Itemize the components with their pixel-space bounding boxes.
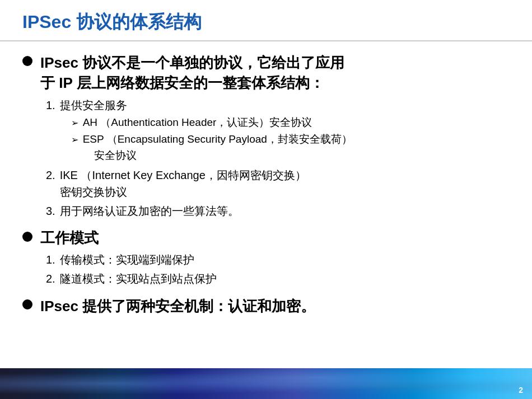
footer-bar: [0, 368, 532, 399]
arrow-icon-2: ➢: [71, 133, 78, 147]
bullet-item-1: IPsec 协议不是一个单独的协议，它给出了应用 于 IP 层上网络数据安全的一…: [22, 53, 510, 222]
list-item-1-2: 2. IKE （Internet Key Exchange，因特网密钥交换）密钥…: [46, 167, 510, 200]
bullet-2-title: 工作模式: [40, 228, 510, 248]
list-item-1-3: 3. 用于网络认证及加密的一些算法等。: [46, 203, 510, 219]
slide-title: IPSec 协议的体系结构: [22, 10, 510, 35]
bullet-item-2: 工作模式 1. 传输模式：实现端到端保护 2. 隧道模式：实现站点到站点保护: [22, 228, 510, 289]
slide-header: IPSec 协议的体系结构: [0, 0, 532, 41]
bullet-content-3: IPsec 提供了两种安全机制：认证和加密。: [40, 296, 510, 316]
slide-content: IPsec 协议不是一个单独的协议，它给出了应用 于 IP 层上网络数据安全的一…: [0, 41, 532, 368]
page-number: 2: [519, 386, 523, 395]
bullet-1-text: IPsec 协议不是一个单独的协议，它给出了应用 于 IP 层上网络数据安全的一…: [40, 53, 510, 93]
bullet-dot-2: [22, 232, 32, 242]
numbered-list-1: 1. 提供安全服务 ➢ AH （Authentication Header，认证…: [40, 97, 510, 220]
bullet-content-2: 工作模式 1. 传输模式：实现端到端保护 2. 隧道模式：实现站点到站点保护: [40, 228, 510, 289]
sub-item-1-1: ➢ AH （Authentication Header，认证头）安全协议: [71, 115, 352, 131]
bullet-content-1: IPsec 协议不是一个单独的协议，它给出了应用 于 IP 层上网络数据安全的一…: [40, 53, 510, 222]
bullet-3-text: IPsec 提供了两种安全机制：认证和加密。: [40, 296, 510, 316]
sub-list-1: ➢ AH （Authentication Header，认证头）安全协议 ➢ E…: [60, 115, 352, 164]
list-item-2-2: 2. 隧道模式：实现站点到站点保护: [46, 270, 510, 287]
bullet-dot-1: [22, 56, 32, 66]
slide-container: IPSec 协议的体系结构 IPsec 协议不是一个单独的协议，它给出了应用 于…: [0, 0, 532, 399]
list-item-2-1: 1. 传输模式：实现端到端保护: [46, 251, 510, 268]
numbered-list-2: 1. 传输模式：实现端到端保护 2. 隧道模式：实现站点到站点保护: [40, 251, 510, 287]
sub-item-1-2: ➢ ESP （Encapsulating Security Payload，封装…: [71, 132, 352, 163]
bullet-item-3: IPsec 提供了两种安全机制：认证和加密。: [22, 296, 510, 316]
bullet-dot-3: [22, 299, 32, 309]
list-item-1-1: 1. 提供安全服务 ➢ AH （Authentication Header，认证…: [46, 97, 510, 165]
slide-footer: 2: [0, 368, 532, 399]
arrow-icon-1: ➢: [71, 116, 78, 130]
